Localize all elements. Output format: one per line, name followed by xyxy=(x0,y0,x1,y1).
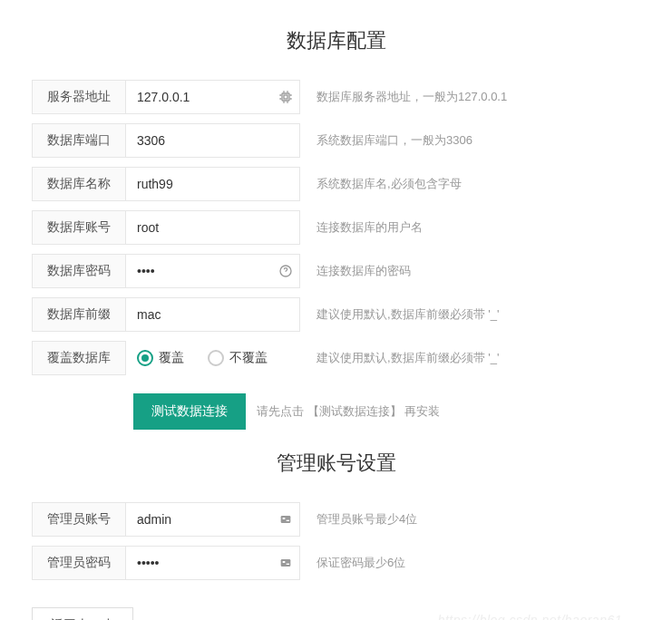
cover-radio-yes[interactable]: 覆盖 xyxy=(137,350,184,366)
admin-pass-input[interactable] xyxy=(126,546,300,580)
dbuser-input[interactable] xyxy=(126,210,300,245)
admin-pass-label: 管理员密码 xyxy=(32,546,126,580)
radio-checked-icon xyxy=(137,350,153,366)
dbpass-label: 数据库密码 xyxy=(32,254,126,288)
server-input[interactable] xyxy=(126,80,300,114)
test-hint: 请先点击 【测试数据连接】 再安装 xyxy=(257,403,640,420)
dbuser-label: 数据库账号 xyxy=(32,210,126,245)
help-circle-icon xyxy=(278,264,293,278)
svg-rect-6 xyxy=(281,559,291,567)
admin-user-input[interactable] xyxy=(126,502,300,537)
dbname-hint: 系统数据库名,必须包含字母 xyxy=(317,176,640,192)
dbpass-input[interactable] xyxy=(126,254,300,288)
back-button[interactable]: 返回上一步 xyxy=(32,607,133,620)
svg-rect-3 xyxy=(281,516,291,523)
prefix-input[interactable] xyxy=(126,297,300,332)
admin-user-hint: 管理员账号最少4位 xyxy=(317,511,640,528)
svg-rect-5 xyxy=(287,520,289,521)
server-label: 服务器地址 xyxy=(32,80,126,114)
cover-label: 覆盖数据库 xyxy=(32,341,126,375)
port-input[interactable] xyxy=(126,123,300,158)
prefix-hint: 建议使用默认,数据库前缀必须带 '_' xyxy=(317,306,640,323)
badge-icon xyxy=(278,512,293,527)
dbuser-hint: 连接数据库的用户名 xyxy=(317,219,640,236)
prefix-label: 数据库前缀 xyxy=(32,297,126,332)
badge-icon xyxy=(278,556,293,570)
admin-pass-hint: 保证密码最少6位 xyxy=(317,555,640,571)
cover-yes-label: 覆盖 xyxy=(159,350,184,366)
server-hint: 数据库服务器地址，一般为127.0.0.1 xyxy=(317,89,640,105)
svg-rect-7 xyxy=(283,561,286,563)
port-label: 数据库端口 xyxy=(32,123,126,158)
dbpass-hint: 连接数据库的密码 xyxy=(317,263,640,279)
dbname-label: 数据库名称 xyxy=(32,167,126,201)
chip-icon xyxy=(278,90,293,104)
dbname-input[interactable] xyxy=(126,167,300,201)
cover-radio-no[interactable]: 不覆盖 xyxy=(208,350,268,366)
db-config-title: 数据库配置 xyxy=(32,27,640,54)
test-connection-button[interactable]: 测试数据连接 xyxy=(133,393,246,430)
admin-user-label: 管理员账号 xyxy=(32,502,126,537)
cover-hint: 建议使用默认,数据库前缀必须带 '_' xyxy=(317,350,640,366)
radio-unchecked-icon xyxy=(208,350,224,366)
cover-no-label: 不覆盖 xyxy=(229,350,268,366)
svg-rect-8 xyxy=(287,564,289,565)
watermark: https://blog.csdn.net/haoran61 xyxy=(438,613,622,620)
svg-rect-4 xyxy=(283,518,286,519)
svg-rect-0 xyxy=(282,93,289,101)
port-hint: 系统数据库端口，一般为3306 xyxy=(317,132,640,149)
svg-rect-1 xyxy=(284,95,287,99)
admin-title: 管理账号设置 xyxy=(32,450,640,477)
